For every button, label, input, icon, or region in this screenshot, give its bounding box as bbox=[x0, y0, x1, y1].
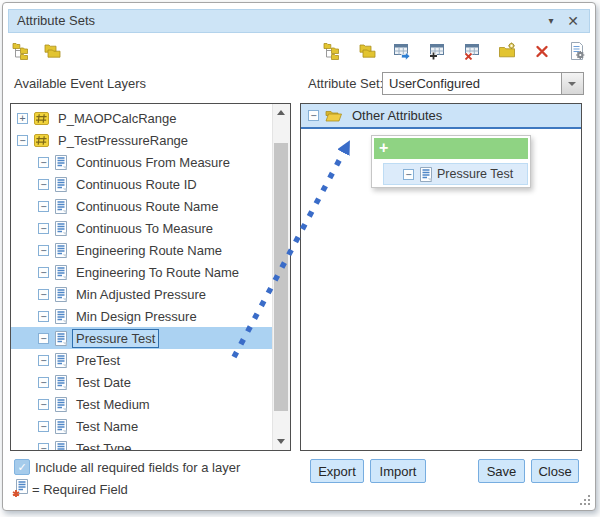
expand-toggle[interactable]: − bbox=[38, 377, 49, 388]
expand-toggle[interactable]: − bbox=[38, 355, 49, 366]
field-icon bbox=[55, 199, 67, 214]
collapse-icon[interactable]: ▾ bbox=[541, 10, 561, 32]
expand-toggle[interactable]: − bbox=[38, 179, 49, 190]
dragged-item-label: Pressure Test bbox=[437, 167, 513, 181]
remove-table-icon[interactable] bbox=[463, 42, 481, 60]
open-event-layer-folder-icon[interactable] bbox=[43, 42, 61, 60]
tree-row[interactable]: − Test Type bbox=[11, 437, 273, 451]
tree-item-label: Continuous Route ID bbox=[72, 175, 201, 194]
attribute-set-dropdown[interactable]: UserConfigured bbox=[382, 72, 584, 95]
expand-toggle[interactable]: + bbox=[17, 113, 28, 124]
close-icon[interactable]: ✕ bbox=[563, 10, 583, 32]
left-toolbar bbox=[12, 42, 61, 60]
chevron-down-icon bbox=[568, 82, 576, 86]
delete-icon[interactable] bbox=[533, 42, 551, 60]
resize-grip[interactable] bbox=[580, 495, 590, 505]
other-attributes-label: Other Attributes bbox=[352, 108, 442, 123]
field-icon bbox=[55, 177, 67, 192]
add-table-icon[interactable] bbox=[428, 42, 446, 60]
expand-toggle[interactable]: − bbox=[308, 110, 319, 121]
field-icon bbox=[55, 375, 67, 390]
scroll-up-icon[interactable] bbox=[273, 104, 290, 121]
attribute-set-label: Attribute Set: bbox=[308, 76, 383, 91]
available-event-layers-label: Available Event Layers bbox=[14, 76, 146, 91]
expand-toggle[interactable]: − bbox=[38, 157, 49, 168]
tree-row[interactable]: − Test Name bbox=[11, 415, 273, 437]
field-icon bbox=[55, 221, 67, 236]
tree-row[interactable]: − Engineering To Route Name bbox=[11, 261, 273, 283]
scroll-down-icon[interactable] bbox=[273, 433, 290, 450]
tree-row[interactable]: − Pressure Test bbox=[11, 327, 273, 349]
expand-toggle: − bbox=[403, 169, 414, 180]
field-icon bbox=[55, 441, 67, 452]
tree-row[interactable]: + P_MAOPCalcRange bbox=[11, 107, 273, 129]
tree-item-label: P_MAOPCalcRange bbox=[54, 109, 181, 128]
open-folder-icon bbox=[325, 109, 342, 122]
save-button[interactable]: Save bbox=[478, 459, 525, 483]
expand-toggle[interactable]: − bbox=[17, 135, 28, 146]
add-event-layer-tree-icon[interactable] bbox=[12, 42, 30, 60]
tree-item-label: PreTest bbox=[72, 351, 124, 370]
new-attribute-set-folder-icon[interactable] bbox=[498, 42, 516, 60]
close-button[interactable]: Close bbox=[531, 459, 579, 483]
expand-toggle[interactable]: − bbox=[38, 443, 49, 452]
export-button[interactable]: Export bbox=[310, 459, 364, 483]
field-icon bbox=[55, 331, 67, 346]
tree-row[interactable]: − Continuous To Measure bbox=[11, 217, 273, 239]
tree-item-label: Test Name bbox=[72, 417, 142, 436]
expand-toggle[interactable]: − bbox=[38, 421, 49, 432]
tree-row[interactable]: − Continuous From Measure bbox=[11, 151, 273, 173]
expand-toggle[interactable]: − bbox=[38, 267, 49, 278]
tree-item-label: Engineering Route Name bbox=[72, 241, 226, 260]
tree-row[interactable]: − Continuous Route Name bbox=[11, 195, 273, 217]
attribute-set-panel: − Other Attributes + − bbox=[300, 103, 582, 451]
title-bar: Attribute Sets ▾ ✕ bbox=[8, 9, 590, 33]
other-attributes-row[interactable]: − Other Attributes bbox=[301, 104, 581, 129]
tree-row[interactable]: − Engineering Route Name bbox=[11, 239, 273, 261]
tree-item-label: Continuous From Measure bbox=[72, 153, 234, 172]
expand-toggle[interactable]: − bbox=[38, 245, 49, 256]
tree-row[interactable]: − Min Design Pressure bbox=[11, 305, 273, 327]
include-required-checkbox[interactable]: ✓ bbox=[14, 459, 30, 475]
tree-row[interactable]: − PreTest bbox=[11, 349, 273, 371]
field-icon bbox=[55, 419, 67, 434]
attribute-set-value: UserConfigured bbox=[389, 76, 480, 91]
tree-row[interactable]: − Continuous Route ID bbox=[11, 173, 273, 195]
expand-toggle[interactable]: − bbox=[38, 289, 49, 300]
required-field-legend: = Required Field bbox=[32, 482, 128, 497]
configure-document-icon[interactable] bbox=[568, 42, 586, 60]
tree-item-label: Test Date bbox=[72, 373, 135, 392]
tree-row[interactable]: − P_TestPressureRange bbox=[11, 129, 273, 151]
tree-item-label: Test Medium bbox=[72, 395, 154, 414]
expand-toggle[interactable]: − bbox=[38, 201, 49, 212]
tree-row[interactable]: − Test Medium bbox=[11, 393, 273, 415]
tree-item-label: Engineering To Route Name bbox=[72, 263, 243, 282]
open-attribute-folder-icon[interactable] bbox=[358, 42, 376, 60]
tree-item-label: Continuous To Measure bbox=[72, 219, 217, 238]
expand-toggle[interactable]: − bbox=[38, 311, 49, 322]
expand-toggle[interactable]: − bbox=[38, 333, 49, 344]
import-button[interactable]: Import bbox=[370, 459, 426, 483]
expand-toggle[interactable]: − bbox=[38, 223, 49, 234]
right-toolbar bbox=[323, 42, 586, 60]
field-icon bbox=[55, 309, 67, 324]
add-attribute-tree-icon[interactable] bbox=[323, 42, 341, 60]
event-layer-tree: + P_MAOPCalcRange − P_TestPressureRange … bbox=[11, 104, 273, 451]
tree-row[interactable]: − Test Date bbox=[11, 371, 273, 393]
plus-icon: + bbox=[379, 139, 388, 156]
dropdown-button[interactable] bbox=[561, 73, 583, 94]
tree-item-label: P_TestPressureRange bbox=[54, 131, 192, 150]
field-icon bbox=[55, 155, 67, 170]
expand-toggle[interactable]: − bbox=[38, 399, 49, 410]
field-icon bbox=[55, 397, 67, 412]
dragged-item-row: − Pressure Test bbox=[383, 163, 528, 185]
attribute-sets-dialog: Attribute Sets ▾ ✕ bbox=[2, 2, 596, 511]
event-layer-icon bbox=[34, 134, 49, 147]
tree-row[interactable]: − Min Adjusted Pressure bbox=[11, 283, 273, 305]
drag-preview: + − Pressure Test bbox=[371, 135, 531, 188]
export-table-icon[interactable] bbox=[393, 42, 411, 60]
scrollbar-thumb[interactable] bbox=[274, 143, 288, 411]
field-icon bbox=[55, 243, 67, 258]
tree-item-label: Test Type bbox=[72, 439, 135, 452]
tree-scrollbar[interactable] bbox=[272, 104, 290, 450]
